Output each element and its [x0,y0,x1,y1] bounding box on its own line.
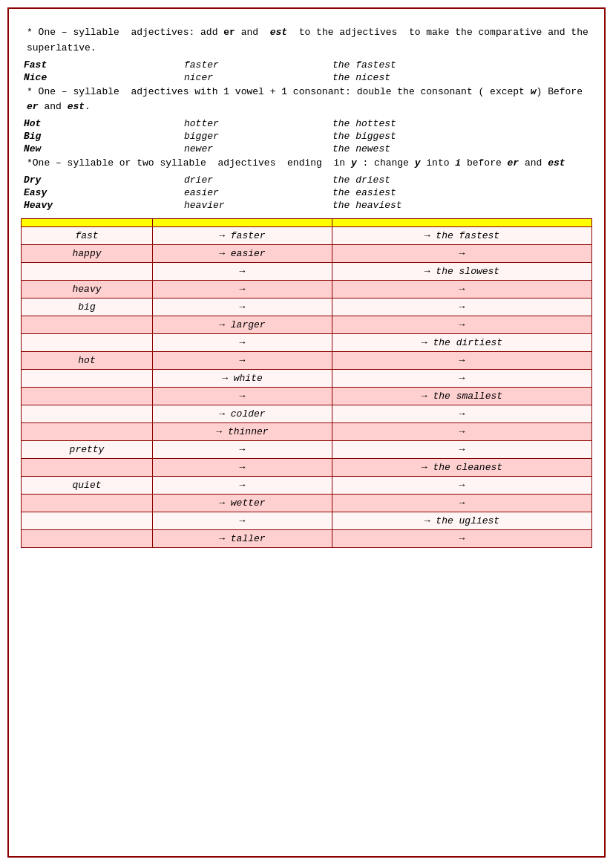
cell-comparative: → [152,440,332,458]
table-row: hot→→ [22,351,592,369]
cell-comparative: → [152,458,332,476]
rule2-text: * One – syllable adjectives with 1 vowel… [27,85,592,116]
cell-comparative: → [152,262,332,280]
adj-comp-new: newer [184,143,332,154]
cell-adjective [22,512,153,529]
cell-superlative: → the fastest [332,226,591,244]
cell-superlative: → [332,316,591,333]
grammar-line-5: * One – syllable adjectives: add er and … [27,25,592,56]
adj-rows-3-easy: Easy easier the easiest [21,187,592,198]
cell-superlative: → [332,440,591,458]
exercise-table: fast→ faster→ the fastesthappy→ easier→→… [21,218,592,548]
cell-comparative: → faster [152,226,332,244]
adj-sup-new: the newest [332,143,555,154]
rule3-block: *One – syllable or two syllable adjectiv… [21,156,592,172]
adj-sup-nice: the nicest [332,72,555,83]
adj-sup-hot: the hottest [332,118,555,129]
table-row: →→ the cleanest [22,458,592,476]
adj-sup-heavy: the heaviest [332,200,555,211]
cell-superlative: → [332,529,591,547]
cell-comparative: → colder [152,405,332,422]
cell-comparative: → [152,512,332,529]
cell-comparative: → [152,387,332,405]
cell-adjective: pretty [22,440,153,458]
cell-comparative: → larger [152,316,332,333]
cell-adjective [22,458,153,476]
table-row: → larger→ [22,316,592,333]
adj-rows-1-nice: Nice nicer the nicest [21,72,592,83]
adj-base-dry: Dry [21,174,184,186]
table-row: →→ the slowest [22,262,592,280]
cell-adjective [22,333,153,351]
adj-comp-hot: hotter [184,118,332,129]
table-row: heavy→→ [22,280,592,298]
cell-superlative: → [332,476,591,494]
cell-adjective [22,494,153,512]
table-row: →→ the dirtiest [22,333,592,351]
cell-adjective [22,262,153,280]
cell-superlative: → the dirtiest [332,333,591,351]
cell-superlative: → [332,369,591,387]
cell-adjective: heavy [22,280,153,298]
rule2-block: * One – syllable adjectives with 1 vowel… [21,85,592,116]
cell-adjective: fast [22,226,153,244]
cell-superlative: → the cleanest [332,458,591,476]
col-header-adjective [22,218,153,226]
cell-adjective [22,529,153,547]
col-header-comparative [152,218,332,226]
cell-superlative: → [332,494,591,512]
table-row: happy→ easier→ [22,244,592,262]
cell-adjective [22,422,153,440]
adj-base-easy: Easy [21,187,184,198]
grammar-block: * One – syllable adjectives: add er and … [21,25,592,56]
cell-superlative: → [332,405,591,422]
table-row: → wetter→ [22,494,592,512]
cell-adjective [22,316,153,333]
adj-comp-fast: faster [184,59,332,71]
cell-comparative: → [152,280,332,298]
cell-superlative: → [332,244,591,262]
table-row: → taller→ [22,529,592,547]
cell-comparative: → easier [152,244,332,262]
table-row: → white→ [22,369,592,387]
adj-sup-big: the biggest [332,131,555,142]
table-row: → colder→ [22,405,592,422]
rule3-text: *One – syllable or two syllable adjectiv… [27,156,592,172]
table-row: big→→ [22,298,592,316]
cell-adjective: hot [22,351,153,369]
adj-comp-big: bigger [184,131,332,142]
col-header-superlative [332,218,591,226]
table-row: fast→ faster→ the fastest [22,226,592,244]
cell-comparative: → [152,476,332,494]
adj-comp-heavy: heavier [184,200,332,211]
adj-base-fast: Fast [21,59,184,71]
cell-comparative: → [152,351,332,369]
adj-sup-fast: the fastest [332,59,555,71]
adj-sup-easy: the easiest [332,187,555,198]
cell-adjective [22,405,153,422]
cell-comparative: → thinner [152,422,332,440]
cell-comparative: → [152,333,332,351]
adj-rows-1-fast: Fast faster the fastest [21,59,592,71]
cell-comparative: → taller [152,529,332,547]
cell-superlative: → [332,422,591,440]
adj-base-new: New [21,143,184,154]
table-row: quiet→→ [22,476,592,494]
adj-rows-2-new: New newer the newest [21,143,592,154]
cell-adjective [22,387,153,405]
cell-superlative: → [332,280,591,298]
cell-comparative: → white [152,369,332,387]
table-row: →→ the ugliest [22,512,592,529]
table-row: → thinner→ [22,422,592,440]
table-row: →→ the smallest [22,387,592,405]
adj-comp-easy: easier [184,187,332,198]
adj-rows-2-big: Big bigger the biggest [21,131,592,142]
adj-base-big: Big [21,131,184,142]
adj-rows-3-heavy: Heavy heavier the heaviest [21,200,592,211]
cell-superlative: → [332,298,591,316]
adj-sup-dry: the driest [332,174,555,186]
adj-comp-dry: drier [184,174,332,186]
cell-superlative: → [332,351,591,369]
cell-comparative: → wetter [152,494,332,512]
adj-base-hot: Hot [21,118,184,129]
